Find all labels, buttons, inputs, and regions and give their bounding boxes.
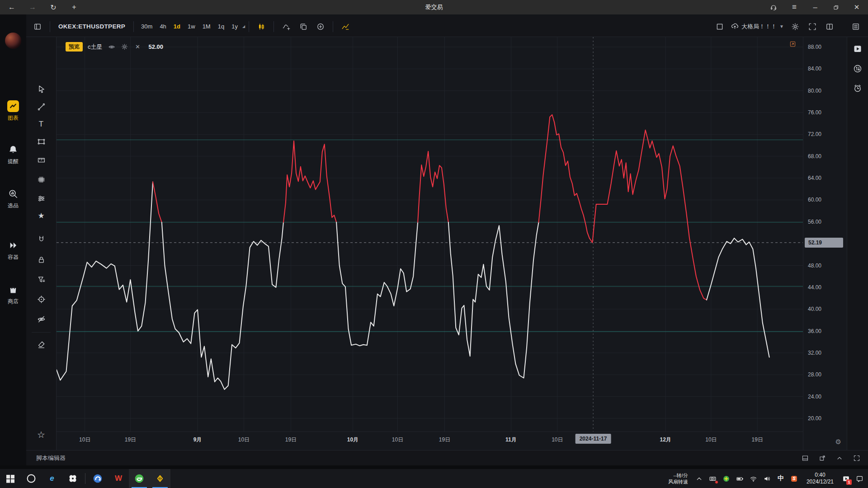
minimize-icon[interactable]: ─: [807, 0, 824, 14]
gear-icon[interactable]: [121, 43, 129, 51]
axis-settings-gear-icon[interactable]: ⚙: [835, 438, 841, 446]
interval-1w[interactable]: 1w: [184, 19, 199, 34]
sidebar-item-容器[interactable]: 容器: [0, 239, 26, 261]
tool-funnel-icon[interactable]: [33, 272, 49, 287]
tray-speaker-icon[interactable]: [760, 469, 774, 488]
alarm-icon[interactable]: [850, 81, 865, 95]
list-panel-icon[interactable]: [847, 19, 864, 34]
symbol-button[interactable]: OKEX:ETHUSDTPERP: [54, 23, 130, 30]
panel-bottom-icon[interactable]: [800, 453, 810, 463]
taskbar-cortana-icon[interactable]: [21, 469, 42, 488]
script-editor-bar[interactable]: 脚本编辑器: [26, 450, 868, 465]
indicator-line-chart[interactable]: [57, 37, 803, 433]
curve-plus-icon[interactable]: [278, 19, 295, 34]
fullscreen-icon[interactable]: [804, 19, 821, 34]
headset-icon[interactable]: [765, 0, 782, 14]
interval-1q[interactable]: 1q: [214, 19, 228, 34]
tool-cursor-icon[interactable]: [33, 81, 49, 97]
clock-time: 0:40: [815, 472, 825, 479]
layout-save-button[interactable]: 大格局！！！▼: [728, 19, 787, 34]
popout-icon[interactable]: [817, 453, 827, 463]
close-icon[interactable]: ✕: [134, 43, 142, 51]
tool-eye-off-icon[interactable]: [33, 311, 49, 327]
tool-target-icon[interactable]: [33, 291, 49, 307]
tool-rectangle-icon[interactable]: [33, 134, 49, 149]
favorites-star-icon[interactable]: ☆: [33, 427, 49, 442]
forward-icon[interactable]: →: [27, 2, 38, 13]
layout-icon[interactable]: [821, 19, 838, 34]
sort-1-icon[interactable]: [850, 61, 865, 76]
price-tick: 64.00: [808, 175, 821, 181]
avatar[interactable]: [5, 33, 21, 49]
new-tab-icon[interactable]: +: [69, 2, 80, 13]
price-tick: 44.00: [808, 284, 821, 291]
copy-icon[interactable]: [295, 19, 312, 34]
eye-icon[interactable]: [108, 43, 116, 51]
taskbar-flower-icon[interactable]: [62, 469, 83, 488]
chart-toolbar: OKEX:ETHUSDTPERP30m4h1d1w1M1q1y◢ 大格局！！！▼: [26, 16, 868, 37]
tool-text[interactable]: T: [33, 117, 49, 132]
tool-grid-icon[interactable]: [33, 172, 49, 187]
drawing-toolbar: T★ ☆: [26, 37, 57, 450]
taskbar-e360-icon[interactable]: [129, 469, 150, 488]
tool-lock-icon[interactable]: [33, 252, 49, 267]
taskbar-app-editor-icon[interactable]: [150, 469, 170, 488]
tool-measure-icon[interactable]: [33, 152, 49, 168]
circle-plus-icon[interactable]: [312, 19, 329, 34]
chevron-up-icon[interactable]: [835, 453, 844, 463]
sidebar-item-图表[interactable]: 图表: [0, 100, 26, 122]
restore-icon[interactable]: [827, 0, 844, 14]
bell-icon: [7, 144, 19, 155]
taskbar-win-icon[interactable]: [0, 469, 21, 488]
indicator-icon[interactable]: [337, 19, 354, 34]
tray-ime-indicator[interactable]: 中: [774, 469, 788, 488]
media-notification-icon[interactable]: 1: [839, 469, 853, 488]
refresh-icon[interactable]: ↻: [48, 2, 59, 13]
time-axis[interactable]: 10日19日9月10日19日10月10日19日11月10日12月10日19日20…: [57, 432, 803, 450]
sidebar-item-商店[interactable]: 商店: [0, 284, 26, 305]
taskbar-quark-icon[interactable]: [87, 469, 108, 488]
sidebar-item-提醒[interactable]: 提醒: [0, 144, 26, 165]
interval-30m[interactable]: 30m: [137, 19, 156, 34]
interval-4h[interactable]: 4h: [156, 19, 170, 34]
expand-icon[interactable]: [852, 453, 862, 463]
back-icon[interactable]: ←: [6, 2, 17, 13]
action-center-icon[interactable]: [853, 469, 866, 488]
menu-icon[interactable]: ≡: [786, 0, 803, 14]
play-box-icon[interactable]: [850, 42, 865, 56]
interval-1d[interactable]: 1d: [170, 19, 184, 34]
pane-maximize-icon[interactable]: [789, 41, 797, 48]
tool-tune-icon[interactable]: [33, 191, 49, 206]
taskbar-ie-icon[interactable]: e: [42, 469, 62, 488]
chart-pane[interactable]: 预览 c土星 ✕ 52.00 10日19日9月10日19日10月10日19日11…: [57, 37, 803, 450]
taskbar-clock[interactable]: 0:40 2024/12/21: [801, 472, 839, 485]
tool-eraser-icon[interactable]: [33, 337, 49, 352]
taskbar: eW --转/分 风扇转速 中 0:40 2024/12/21 1: [0, 469, 868, 488]
square-icon[interactable]: [711, 19, 728, 34]
sidebar-item-选品[interactable]: 选品: [0, 188, 26, 210]
price-tick: 36.00: [808, 328, 821, 334]
interval-1M[interactable]: 1M: [199, 19, 214, 34]
indicator-name[interactable]: c土星: [88, 43, 103, 51]
close-icon[interactable]: ✕: [848, 0, 865, 14]
last-price-badge: 52.19: [805, 238, 843, 248]
tray-sogou-icon[interactable]: [788, 469, 801, 488]
sidebar-item-label: 容器: [8, 253, 19, 261]
interval-expand-icon[interactable]: ◢: [242, 24, 245, 28]
tray-chevron-up-icon[interactable]: [693, 469, 706, 488]
tray-shield-plus-icon[interactable]: [720, 469, 733, 488]
interval-1y[interactable]: 1y: [228, 19, 241, 34]
price-axis[interactable]: ⚙ 88.0084.0080.0076.0072.0068.0064.0060.…: [803, 37, 847, 450]
time-tick: 9月: [193, 436, 202, 444]
tray-battery-icon[interactable]: [733, 469, 747, 488]
tool-trend-line-icon[interactable]: [33, 99, 49, 114]
candles-icon[interactable]: [253, 19, 270, 34]
tray-wifi-icon[interactable]: [747, 469, 760, 488]
gear-icon[interactable]: [787, 19, 804, 34]
tool-magnet-icon[interactable]: [33, 231, 49, 247]
taskbar-wps-icon[interactable]: W: [108, 469, 129, 488]
app-sidebar: 图表提醒选品容器商店: [0, 14, 26, 469]
tray-gpu-icon[interactable]: [706, 469, 720, 488]
panel-toggle-icon[interactable]: [29, 19, 46, 34]
tool-star[interactable]: ★: [33, 208, 49, 223]
